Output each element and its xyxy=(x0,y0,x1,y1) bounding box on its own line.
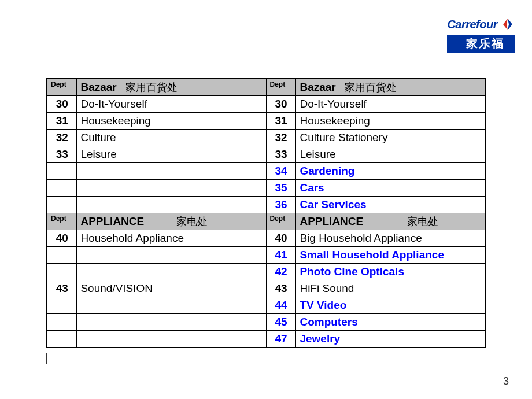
dept-code: 42 xyxy=(266,264,296,280)
dept-code: 34 xyxy=(266,163,296,180)
table-row: 35Cars xyxy=(47,180,485,197)
dept-code: 30 xyxy=(47,96,77,113)
dept-code xyxy=(47,197,77,213)
dept-name: Gardening xyxy=(296,163,485,180)
dept-code xyxy=(47,264,77,280)
dept-name xyxy=(77,297,266,314)
dept-name: Sound/VISION xyxy=(77,280,266,297)
dept-name: Jewelry xyxy=(296,331,485,348)
dept-code: 36 xyxy=(266,197,296,213)
dept-name: TV Video xyxy=(296,297,485,314)
dept-code: 47 xyxy=(266,331,296,348)
table-row: 40Household Appliance40Big Household App… xyxy=(47,230,485,247)
dept-code: 45 xyxy=(266,314,296,331)
dept-name: Small Household Appliance xyxy=(296,247,485,264)
table-row: 33Leisure33Leisure xyxy=(47,146,485,163)
dept-name xyxy=(77,264,266,280)
dept-name: Culture xyxy=(77,130,266,146)
table-row: 36Car Services xyxy=(47,197,485,213)
dept-name: Household Appliance xyxy=(77,230,266,247)
dept-code: 40 xyxy=(47,230,77,247)
dept-name: Big Household Appliance xyxy=(296,230,485,247)
dept-code: 44 xyxy=(266,297,296,314)
header-dept-left: Dept xyxy=(47,79,77,96)
dept-code xyxy=(47,180,77,197)
dept-code xyxy=(47,297,77,314)
table-row: 43Sound/VISION43HiFi Sound xyxy=(47,280,485,297)
dept-name: Car Services xyxy=(296,197,485,213)
dept-name: Housekeeping xyxy=(296,113,485,130)
dept-code xyxy=(47,314,77,331)
brand-name-en: Carrefour xyxy=(447,18,497,31)
table-row: 31Housekeeping31Housekeeping xyxy=(47,113,485,130)
header-appliance-right: APPLIANCE 家电处 xyxy=(296,213,485,230)
dept-name: Culture Stationery xyxy=(296,130,485,146)
dept-name: HiFi Sound xyxy=(296,280,485,297)
dept-code xyxy=(47,163,77,180)
header-appliance: Dept APPLIANCE 家电处 Dept APPLIANCE 家电处 xyxy=(47,213,485,230)
dept-name: Cars xyxy=(296,180,485,197)
dept-code: 41 xyxy=(266,247,296,264)
dept-code: 43 xyxy=(47,280,77,297)
dept-code xyxy=(47,331,77,348)
dept-code: 32 xyxy=(266,130,296,146)
carrefour-icon xyxy=(501,17,515,31)
dept-name xyxy=(77,180,266,197)
department-table: Dept Bazaar 家用百货处 Dept Bazaar 家用百货处 30Do… xyxy=(46,78,486,348)
table-row: 42Photo Cine Opticals xyxy=(47,264,485,280)
header-dept-left-2: Dept xyxy=(47,213,77,230)
dept-code: 31 xyxy=(47,113,77,130)
table-row: 47Jewelry xyxy=(47,331,485,348)
table-row: 32Culture32Culture Stationery xyxy=(47,130,485,146)
header-dept-right-2: Dept xyxy=(266,213,296,230)
dept-code: 31 xyxy=(266,113,296,130)
dept-code: 35 xyxy=(266,180,296,197)
page-number: 3 xyxy=(503,375,509,387)
dept-code: 33 xyxy=(47,146,77,163)
header-bazaar-left: Bazaar 家用百货处 xyxy=(77,79,266,96)
dept-name: Computers xyxy=(296,314,485,331)
dept-code xyxy=(47,247,77,264)
dept-code: 33 xyxy=(266,146,296,163)
brand-name-zh: 家乐福 xyxy=(447,35,515,53)
header-appliance-left: APPLIANCE 家电处 xyxy=(77,213,266,230)
brand-logo-block: Carrefour 家乐福 xyxy=(447,17,515,53)
brand-logo: Carrefour xyxy=(447,17,515,31)
dept-name: Photo Cine Opticals xyxy=(296,264,485,280)
dept-name xyxy=(77,331,266,348)
table-row: 41Small Household Appliance xyxy=(47,247,485,264)
cursor-mark xyxy=(46,353,47,364)
header-bazaar-right: Bazaar 家用百货处 xyxy=(296,79,485,96)
table-row: 30Do-It-Yourself30Do-It-Yourself xyxy=(47,96,485,113)
dept-name: Leisure xyxy=(77,146,266,163)
dept-code: 43 xyxy=(266,280,296,297)
dept-code: 32 xyxy=(47,130,77,146)
dept-code: 40 xyxy=(266,230,296,247)
dept-name xyxy=(77,163,266,180)
dept-name: Housekeeping xyxy=(77,113,266,130)
dept-code: 30 xyxy=(266,96,296,113)
table-row: 44TV Video xyxy=(47,297,485,314)
dept-name xyxy=(77,197,266,213)
department-table-wrap: Dept Bazaar 家用百货处 Dept Bazaar 家用百货处 30Do… xyxy=(46,78,486,348)
table-row: 45Computers xyxy=(47,314,485,331)
header-bazaar: Dept Bazaar 家用百货处 Dept Bazaar 家用百货处 xyxy=(47,79,485,96)
dept-name: Do-It-Yourself xyxy=(77,96,266,113)
dept-name xyxy=(77,314,266,331)
table-row: 34Gardening xyxy=(47,163,485,180)
dept-name: Do-It-Yourself xyxy=(296,96,485,113)
header-dept-right: Dept xyxy=(266,79,296,96)
dept-name: Leisure xyxy=(296,146,485,163)
dept-name xyxy=(77,247,266,264)
